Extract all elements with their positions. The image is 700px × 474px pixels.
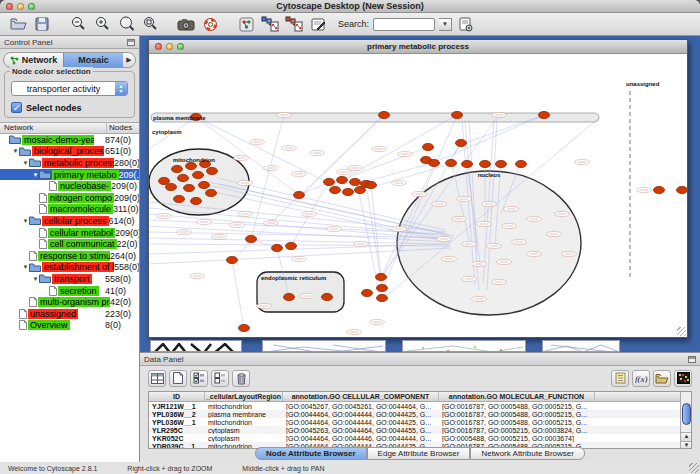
tab-overflow-arrow[interactable]: ▶ [123, 56, 135, 64]
import-attributes-icon[interactable] [456, 15, 476, 34]
tab-mosaic[interactable]: Mosaic [63, 53, 123, 67]
tree-expander-icon[interactable]: ▼ [32, 276, 39, 282]
node[interactable] [355, 186, 366, 193]
table-row[interactable]: YKR052Ccytoplasm[GO:0044464, GO:0044446,… [149, 434, 691, 442]
tree-row-mosaic-demo-yeast[interactable]: mosaic-demo-yeast874(0) [0, 134, 139, 146]
edge[interactable] [232, 260, 244, 328]
window-resize-grip[interactable] [689, 463, 699, 473]
tree-row-metabolic-process[interactable]: ▼metabolic process280(0) [0, 157, 139, 169]
tree-row-cell-communicat[interactable]: cell communicat22(0) [0, 238, 139, 250]
snapshot-icon[interactable] [176, 15, 196, 34]
tree-row-establishment-of-lo[interactable]: ▼establishment of lo558(0) [0, 262, 139, 274]
node[interactable] [322, 293, 333, 300]
tree-expander-icon[interactable]: ▼ [32, 172, 39, 178]
column-header-region[interactable]: _cellularLayoutRegion [205, 392, 283, 401]
node[interactable] [324, 178, 335, 185]
tree-row-primary-metabo[interactable]: ▼primary metabo209(... [0, 169, 139, 181]
new-attribute-icon[interactable] [169, 370, 187, 387]
node[interactable] [246, 235, 257, 242]
node[interactable] [193, 171, 204, 178]
node[interactable] [286, 242, 297, 249]
search-dropdown-arrow-icon[interactable]: ▼ [439, 18, 452, 31]
node[interactable] [172, 165, 183, 172]
tab-network-attribute-browser[interactable]: Network Attribute Browser [470, 447, 584, 460]
tree-row-secretion[interactable]: secretion41(0) [0, 285, 139, 297]
node[interactable] [452, 111, 463, 118]
select-nodes-checkbox[interactable]: ✓ [11, 102, 22, 113]
tree-row-multi-organism-pro[interactable]: multi-organism pro42(0) [0, 296, 139, 308]
background-window-fragment[interactable] [542, 340, 620, 352]
node[interactable] [294, 191, 305, 198]
search-input[interactable] [373, 18, 435, 31]
column-header-cellular-component[interactable]: annotation.GO CELLULAR_COMPONENT [283, 392, 439, 401]
node[interactable] [379, 111, 390, 118]
tab-edge-attribute-browser[interactable]: Edge Attribute Browser [367, 447, 471, 460]
tree-row-overview[interactable]: Overview8(0) [0, 320, 139, 332]
attribute-batch-icon[interactable] [611, 370, 629, 387]
node[interactable] [206, 189, 217, 196]
node[interactable] [539, 111, 550, 118]
background-window-fragment[interactable] [262, 340, 386, 352]
node[interactable] [343, 188, 354, 195]
table-row[interactable]: YPL036W__2plasma membrane[GO:0044464, GO… [149, 410, 691, 418]
tree-expander-icon[interactable]: ▼ [22, 264, 29, 270]
node[interactable] [207, 167, 218, 174]
node[interactable] [239, 324, 250, 331]
node[interactable] [199, 181, 210, 188]
node[interactable] [654, 186, 665, 193]
background-window-fragment[interactable] [150, 340, 242, 352]
node[interactable] [446, 159, 457, 166]
float-panel-icon[interactable] [127, 39, 135, 46]
table-scrollbar[interactable]: ▲ ▼ [680, 392, 691, 449]
formula-builder-icon[interactable]: f(x) [632, 370, 650, 387]
node[interactable] [191, 197, 202, 204]
open-icon[interactable] [8, 15, 28, 34]
apply-layout-b-icon[interactable] [284, 15, 304, 34]
node[interactable] [366, 181, 377, 188]
node[interactable] [480, 160, 491, 167]
zoom-fit-icon[interactable] [116, 15, 136, 34]
scroll-up-icon[interactable]: ▲ [681, 432, 692, 441]
tree-row-nitrogen-compo[interactable]: nitrogen compo209(0) [0, 192, 139, 204]
node[interactable] [337, 176, 348, 183]
edge[interactable] [333, 115, 457, 185]
node[interactable] [677, 186, 688, 193]
node-attribute-icon[interactable] [236, 15, 256, 34]
tree-row-transport[interactable]: ▼transport558(0) [0, 273, 139, 285]
table-row[interactable]: YPL036W__1mitochondrion[GO:0044464, GO:0… [149, 418, 691, 426]
network-window-titlebar[interactable]: primary metabolic process [149, 40, 687, 54]
nodes-column-header[interactable]: Nodes [107, 123, 139, 133]
node[interactable] [186, 162, 197, 169]
node[interactable] [362, 289, 373, 296]
scrollbar-thumb[interactable] [682, 403, 691, 425]
node[interactable] [159, 177, 170, 184]
node-color-dropdown[interactable]: transporter activity ▲▼ [11, 81, 128, 96]
tree-row-macromolecule[interactable]: macromolecule311(0) [0, 204, 139, 216]
table-row[interactable]: YJR121W__1mitochondrion[GO:0045267, GO:0… [149, 402, 691, 410]
tree-expander-icon[interactable]: ▼ [12, 148, 19, 154]
node[interactable] [377, 294, 388, 301]
node[interactable] [423, 143, 434, 150]
tree-expander-icon[interactable]: ▼ [22, 218, 29, 224]
node[interactable] [166, 183, 177, 190]
node[interactable] [350, 178, 361, 185]
node[interactable] [178, 174, 189, 181]
save-icon[interactable] [32, 15, 52, 34]
tab-node-attribute-browser[interactable]: Node Attribute Browser [255, 447, 367, 460]
network-column-header[interactable]: Network [0, 123, 107, 133]
zoom-in-icon[interactable] [92, 15, 112, 34]
background-window-fragment[interactable] [402, 340, 526, 352]
network-canvas[interactable]: plasma membranecytoplasmmitochondrionnuc… [149, 54, 687, 337]
tab-network[interactable]: Network [4, 53, 63, 67]
unselect-attributes-icon[interactable] [211, 370, 229, 387]
tree-row-nucleobase-[interactable]: nucleobase-209(0) [0, 180, 139, 192]
node[interactable] [429, 159, 440, 166]
vizmapper-icon[interactable] [308, 15, 328, 34]
plasma-membrane-region[interactable] [151, 113, 599, 122]
float-panel-icon[interactable] [688, 356, 696, 363]
column-header-id[interactable]: ID [149, 392, 205, 401]
node[interactable] [272, 244, 283, 251]
delete-attribute-icon[interactable] [232, 370, 250, 387]
node[interactable] [377, 284, 388, 291]
node[interactable] [184, 184, 195, 191]
